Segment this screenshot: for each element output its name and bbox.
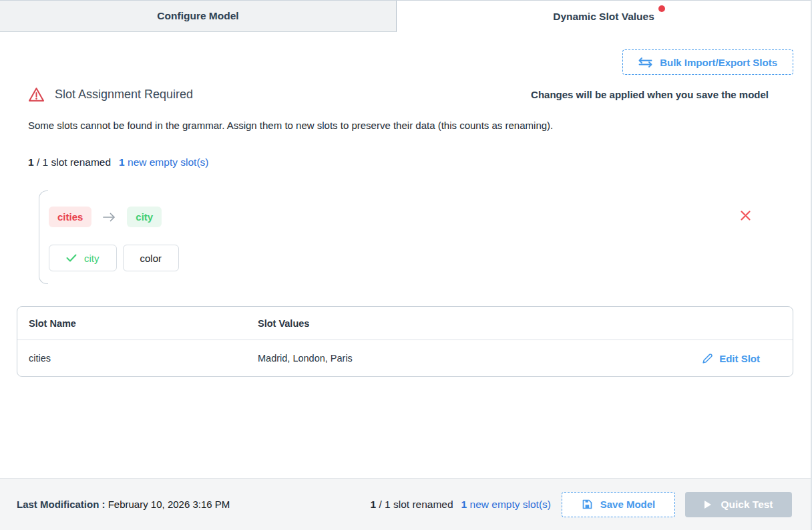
warning-triangle-icon — [28, 87, 45, 102]
footer-slot-status: 1 / 1 slot renamed1 new empty slot(s) — [371, 499, 551, 511]
swap-arrows-icon — [638, 57, 652, 68]
save-icon — [582, 499, 593, 510]
pencil-icon — [702, 353, 713, 364]
last-modification-label: Last Modification : — [17, 499, 106, 510]
slot-option-color[interactable]: color — [123, 245, 180, 271]
new-empty-slots-link[interactable]: 1 new empty slot(s) — [119, 156, 208, 168]
tab-dynamic-slot-values[interactable]: Dynamic Slot Values — [397, 1, 811, 32]
column-header-slot-name: Slot Name — [17, 318, 258, 329]
arrow-right-icon — [103, 213, 116, 222]
play-icon — [704, 500, 712, 509]
renamed-text: / 1 slot renamed — [34, 156, 111, 168]
old-slot-badge: cities — [49, 207, 91, 227]
quick-test-button[interactable]: Quick Test — [685, 492, 792, 517]
warning-title-group: Slot Assignment Required — [28, 87, 193, 102]
edit-slot-button[interactable]: Edit Slot — [702, 353, 760, 364]
dynamic-slot-values-page: Configure Model Dynamic Slot Values Bulk… — [0, 0, 812, 530]
column-header-slot-values: Slot Values — [258, 318, 793, 329]
tab-dynamic-slot-values-label: Dynamic Slot Values — [553, 11, 654, 22]
cell-slot-name: cities — [17, 353, 258, 364]
slot-option-list: city color — [49, 245, 179, 271]
notification-dot — [658, 5, 665, 12]
slot-assignment-card: cities city — [39, 190, 757, 284]
footer-bar: Last Modification : February 10, 2026 3:… — [0, 478, 811, 530]
warning-row: Slot Assignment Required Changes will be… — [28, 87, 769, 102]
tab-bar: Configure Model Dynamic Slot Values — [0, 0, 811, 32]
bulk-import-export-button[interactable]: Bulk Import/Export Slots — [622, 49, 793, 75]
tab-configure-model-label: Configure Model — [157, 10, 238, 22]
close-icon — [740, 213, 751, 223]
footer-new-empty-slots-link[interactable]: 1 new empty slot(s) — [461, 499, 551, 510]
rename-mapping: cities city — [49, 207, 162, 227]
bulk-import-export-label: Bulk Import/Export Slots — [660, 57, 777, 68]
renamed-count: 1 — [28, 156, 34, 168]
table-header-row: Slot Name Slot Values — [17, 307, 793, 340]
slots-table: Slot Name Slot Values cities Madrid, Lon… — [17, 306, 793, 377]
check-icon — [66, 254, 77, 262]
save-model-button[interactable]: Save Model — [562, 492, 675, 517]
card-left-bracket — [39, 190, 48, 284]
save-note: Changes will be applied when you save th… — [531, 89, 769, 100]
cell-slot-values: Madrid, London, Paris — [258, 353, 702, 364]
new-slot-badge: city — [127, 207, 162, 227]
tab-configure-model[interactable]: Configure Model — [0, 1, 397, 32]
table-row: cities Madrid, London, Paris Edit Slot — [17, 340, 793, 376]
last-modification: Last Modification : February 10, 2026 3:… — [17, 499, 230, 510]
warning-title: Slot Assignment Required — [55, 88, 193, 102]
slot-option-city[interactable]: city — [49, 245, 117, 271]
remove-assignment-button[interactable] — [740, 210, 751, 221]
last-modification-value: February 10, 2026 3:16 PM — [108, 499, 230, 510]
warning-description: Some slots cannot be found in the gramma… — [28, 120, 553, 131]
slot-status-line: 1 / 1 slot renamed1 new empty slot(s) — [28, 156, 208, 168]
